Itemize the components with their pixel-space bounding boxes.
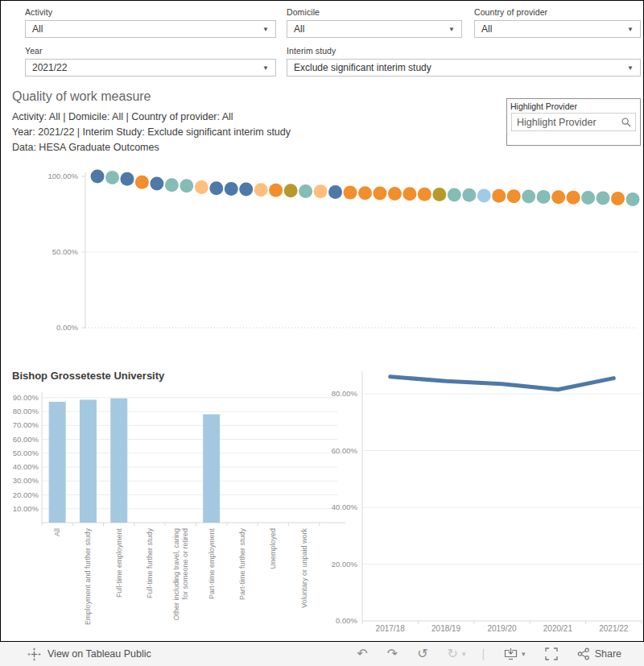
view-on-tableau-public-link[interactable]: View on Tableau Public [27, 647, 151, 661]
line-y-tick: 20.00% [332, 560, 358, 569]
provider-scatter-chart[interactable]: 100.00%50.00%0.00% [1, 158, 641, 351]
provider-dot[interactable] [388, 187, 402, 201]
bar-x-label: Full-time further study [146, 528, 154, 599]
provider-dot[interactable] [209, 181, 223, 195]
filter-country-label: Country of provider [474, 7, 641, 17]
filter-domicile: Domicile All ▼ [287, 7, 462, 38]
provider-dot[interactable] [299, 184, 312, 198]
provider-dot[interactable] [135, 176, 149, 189]
provider-dot[interactable] [507, 189, 521, 203]
provider-dot[interactable] [195, 180, 208, 194]
share-button[interactable]: Share [577, 647, 621, 660]
provider-dot[interactable] [522, 190, 535, 204]
filter-interim-dropdown[interactable]: Exclude significant interim study ▼ [287, 59, 641, 77]
provider-dot[interactable] [626, 192, 640, 206]
filter-activity-dropdown[interactable]: All ▼ [25, 20, 276, 38]
download-button[interactable]: ▾ [504, 647, 526, 660]
tableau-dashboard: Activity All ▼ Domicile All ▼ Country of… [0, 0, 644, 642]
filter-country-value: All [481, 23, 492, 35]
bar-y-tick: 90.00% [13, 393, 39, 402]
provider-dot[interactable] [150, 177, 163, 191]
fullscreen-button[interactable] [545, 647, 558, 660]
chevron-down-icon: ▼ [627, 64, 634, 72]
activity-bar[interactable] [203, 414, 220, 523]
provider-dot[interactable] [567, 191, 580, 205]
provider-dot[interactable] [254, 183, 268, 196]
trend-line[interactable] [390, 377, 614, 390]
provider-dot[interactable] [551, 190, 565, 204]
provider-dot[interactable] [239, 182, 253, 196]
bar-y-tick: 80.00% [13, 407, 39, 416]
provider-dot[interactable] [537, 190, 551, 204]
provider-dot[interactable] [314, 184, 328, 198]
activity-bar[interactable] [49, 402, 66, 523]
scatter-y-tick: 100.00% [47, 172, 78, 180]
download-chevron-icon: ▾ [522, 651, 526, 658]
activity-bar[interactable] [110, 399, 127, 523]
filter-activity: Activity All ▼ [25, 7, 276, 38]
bar-x-label: Other including travel, caring [172, 528, 180, 621]
provider-dot[interactable] [418, 188, 431, 201]
bar-y-tick: 50.00% [13, 449, 39, 457]
chevron-down-icon: ▼ [627, 26, 634, 33]
filter-year: Year 2021/22 ▼ [25, 46, 276, 77]
bar-y-tick: 30.00% [13, 476, 39, 485]
provider-dot[interactable] [225, 182, 238, 196]
refresh-chevron-icon[interactable]: ▾ [462, 650, 466, 658]
line-x-label: 2020/21 [543, 624, 573, 633]
line-x-label: 2021/22 [599, 624, 629, 633]
refresh-icon[interactable]: ↻ [448, 647, 458, 660]
provider-dot[interactable] [105, 171, 119, 184]
provider-dot[interactable] [284, 184, 298, 197]
share-icon [577, 647, 590, 660]
provider-dot[interactable] [462, 188, 476, 202]
provider-dot[interactable] [581, 191, 595, 205]
provider-dot[interactable] [448, 188, 461, 201]
provider-dot[interactable] [477, 188, 491, 202]
chevron-down-icon: ▼ [262, 26, 269, 33]
tableau-footer-toolbar: View on Tableau Public ↶ ↷ ↺ ↻ ▾ | ▾ [0, 642, 644, 666]
provider-dot[interactable] [611, 192, 625, 205]
line-y-tick: 40.00% [332, 503, 358, 511]
filter-country-dropdown[interactable]: All ▼ [474, 20, 641, 38]
line-x-label: 2017/18 [376, 624, 406, 633]
provider-dot[interactable] [328, 185, 342, 199]
filter-interim-label: Interim study [287, 46, 641, 56]
provider-dot[interactable] [165, 178, 179, 192]
provider-dot[interactable] [373, 187, 386, 201]
trend-line-chart[interactable]: 80.00%60.00%40.00%20.00%0.00%2017/182018… [323, 355, 643, 642]
filter-activity-value: All [32, 23, 43, 35]
provider-dot[interactable] [432, 188, 446, 201]
provider-dot[interactable] [344, 186, 357, 200]
highlight-provider-input-wrap [511, 113, 636, 131]
undo-icon[interactable]: ↶ [357, 647, 367, 660]
activity-bar-chart[interactable]: 90.00%80.00%70.00%60.00%50.00%40.00%30.0… [1, 386, 347, 642]
search-icon[interactable] [621, 117, 632, 128]
selected-provider-title: Bishop Grosseteste University [12, 370, 164, 382]
provider-dot[interactable] [180, 179, 193, 192]
filter-year-dropdown[interactable]: 2021/22 ▼ [25, 59, 276, 77]
filter-year-label: Year [25, 46, 276, 56]
line-y-tick: 0.00% [336, 616, 357, 625]
provider-dot[interactable] [402, 187, 416, 201]
provider-dot[interactable] [358, 186, 372, 200]
filter-domicile-dropdown[interactable]: All ▼ [287, 20, 462, 38]
revert-icon[interactable]: ↺ [417, 647, 427, 660]
filter-domicile-value: All [294, 23, 304, 35]
provider-dot[interactable] [597, 191, 610, 205]
bar-x-label: All [53, 528, 61, 536]
bar-x-label: for someone or retired [181, 528, 189, 600]
provider-dot[interactable] [120, 172, 134, 186]
redo-icon[interactable]: ↷ [387, 647, 398, 660]
scatter-y-tick: 0.00% [56, 323, 78, 332]
line-x-label: 2019/20 [487, 624, 517, 633]
highlight-provider-input[interactable] [512, 117, 635, 128]
header-subtitle-2: Year: 2021/22 | Interim Study: Exclude s… [12, 125, 291, 140]
activity-bar[interactable] [80, 399, 97, 523]
provider-dot[interactable] [91, 170, 105, 184]
provider-dot[interactable] [492, 189, 506, 203]
page-title: Quality of work measure [12, 89, 291, 104]
header-subtitle-3: Data: HESA Graduate Outcomes [12, 140, 291, 155]
header-subtitle-1: Activity: All | Domicile: All | Country … [12, 110, 291, 125]
provider-dot[interactable] [269, 184, 283, 197]
